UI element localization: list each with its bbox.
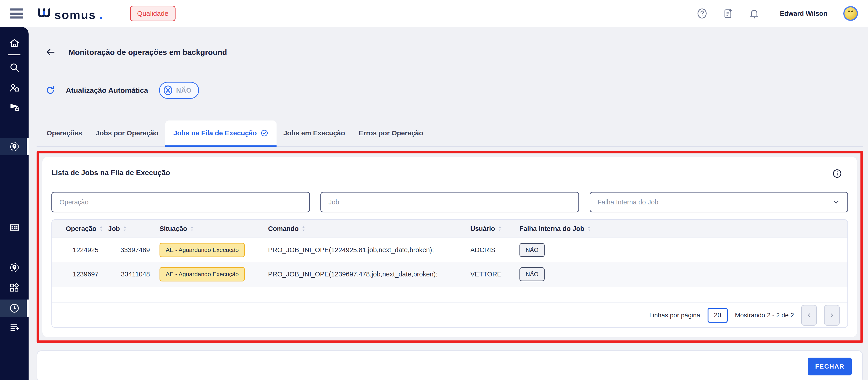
operacao-filter-input[interactable]: [52, 192, 310, 212]
chevron-down-icon: [832, 198, 840, 206]
sidebar-item-security-flag[interactable]: [0, 99, 29, 116]
tab-jobs-por-operacao[interactable]: Jobs por Operação: [89, 120, 165, 146]
status-badge: AE - Aguardando Execução: [159, 243, 245, 257]
sidebar-item-search[interactable]: [0, 59, 29, 76]
cell-comando: PRO_JOB_INI_OPE(1239697,478,job,next_dat…: [268, 262, 470, 286]
home-icon: [9, 38, 20, 48]
table-empty-space: [52, 287, 847, 302]
falha-badge: NÃO: [520, 267, 545, 281]
sidebar-item-monitor-secondary[interactable]: [0, 259, 29, 276]
notifications-bell-icon[interactable]: [749, 8, 760, 19]
sort-icon[interactable]: [301, 225, 306, 232]
fechar-button[interactable]: FECHAR: [808, 358, 852, 375]
logo-w-icon: [37, 7, 51, 20]
chevron-left-icon: [806, 312, 812, 318]
tab-operacoes[interactable]: Operações: [40, 120, 89, 146]
sidebar-item-schedule[interactable]: [0, 299, 29, 317]
radar-pin-icon: [9, 141, 20, 152]
job-filter-input[interactable]: [320, 192, 579, 212]
sidebar-item-users[interactable]: [0, 79, 29, 97]
auto-refresh-value: NÃO: [176, 87, 191, 94]
highlight-region: Lista de Jobs na Fila de Execução Falha …: [37, 151, 863, 343]
cell-situacao: AE - Aguardando Execução: [159, 262, 268, 286]
cell-job: 33411048: [108, 262, 159, 286]
panel-title: Lista de Jobs na Fila de Execução: [52, 169, 170, 177]
search-icon: [9, 62, 20, 73]
tab-bar: Operações Jobs por Operação Jobs na Fila…: [37, 120, 863, 147]
form-add-icon[interactable]: [723, 8, 734, 19]
flag-lock-icon: [9, 102, 20, 113]
topbar-actions: Edward Wilson: [696, 6, 858, 21]
help-icon[interactable]: [696, 8, 708, 19]
cell-falha: NÃO: [520, 262, 847, 286]
sort-icon[interactable]: [99, 225, 104, 232]
falha-interna-select[interactable]: Falha Interna do Job: [590, 192, 848, 212]
next-page-button[interactable]: [824, 305, 840, 326]
status-badge: AE - Aguardando Execução: [159, 267, 245, 282]
table-header-row: Operação Job Situação Comando Usuário Fa…: [52, 220, 847, 238]
rows-per-page-input[interactable]: 20: [708, 308, 728, 323]
sort-icon[interactable]: [122, 225, 127, 232]
cell-falha: NÃO: [520, 238, 847, 262]
hamburger-menu-icon[interactable]: [10, 8, 23, 19]
sort-icon[interactable]: [189, 225, 194, 232]
falha-badge: NÃO: [520, 243, 545, 257]
main-content: Monitoração de operações em background A…: [29, 27, 868, 380]
sidebar-item-tasks[interactable]: [0, 319, 29, 336]
top-bar: somus . Qualidade: [0, 0, 868, 27]
sidebar-item-home[interactable]: [0, 34, 29, 52]
jobs-table-wrapper: Operação Job Situação Comando Usuário Fa…: [52, 219, 848, 328]
sort-icon[interactable]: [497, 225, 502, 232]
tab-jobs-na-fila-de-execucao[interactable]: Jobs na Fila de Execução: [165, 120, 277, 147]
jobs-table: Operação Job Situação Comando Usuário Fa…: [52, 220, 847, 287]
grid-boxes-icon: [9, 282, 20, 293]
sidebar-divider: [8, 54, 21, 55]
cell-comando: PRO_JOB_INI_OPE(1224925,81,job,next_date…: [268, 238, 470, 262]
select-placeholder: Falha Interna do Job: [598, 199, 658, 206]
auto-refresh-label: Atualização Automática: [66, 86, 148, 95]
user-name[interactable]: Edward Wilson: [780, 10, 827, 18]
sidebar-item-operations-monitor[interactable]: [0, 138, 29, 155]
previous-page-button[interactable]: [801, 305, 817, 326]
page-title: Monitoração de operações em background: [68, 48, 227, 57]
somus-logo: somus .: [37, 7, 103, 20]
showing-range-text: Mostrando 2 - 2 de 2: [735, 312, 794, 319]
check-circle-icon: [260, 129, 268, 137]
cell-usuario: VETTORE: [470, 262, 520, 286]
logo-text: somus: [54, 10, 96, 20]
clock-icon: [9, 303, 20, 314]
list-plus-icon: [9, 322, 20, 333]
sort-icon[interactable]: [587, 225, 592, 232]
cell-operacao: 1224925: [52, 238, 108, 262]
tab-erros-por-operacao[interactable]: Erros por Operação: [352, 120, 430, 146]
cell-job: 33397489: [108, 238, 159, 262]
table-row[interactable]: 1224925 33397489 AE - Aguardando Execuçã…: [52, 238, 847, 262]
cell-operacao: 1239697: [52, 262, 108, 286]
jobs-queue-panel: Lista de Jobs na Fila de Execução Falha …: [42, 156, 857, 337]
chevron-right-icon: [829, 312, 835, 318]
radar-pin-icon: [9, 262, 20, 273]
sidebar-item-modules[interactable]: [0, 279, 29, 296]
table-row[interactable]: 1239697 33411048 AE - Aguardando Execuçã…: [52, 262, 847, 286]
user-avatar[interactable]: [843, 6, 858, 21]
x-circle-icon: [162, 85, 174, 96]
logo-dot: .: [99, 10, 103, 20]
pagination-bar: Linhas por página 20 Mostrando 2 - 2 de …: [52, 302, 847, 327]
rows-per-page-label: Linhas por página: [649, 312, 700, 319]
cell-usuario: ADCRIS: [470, 238, 520, 262]
auto-refresh-toggle[interactable]: NÃO: [159, 82, 199, 99]
sidebar-item-tables[interactable]: [0, 219, 29, 236]
tab-jobs-em-execucao[interactable]: Jobs em Execução: [277, 120, 352, 146]
back-arrow-icon[interactable]: [46, 47, 56, 57]
app-window: somus . Qualidade: [0, 0, 868, 380]
footer-action-bar: FECHAR: [37, 350, 863, 380]
table-icon: [9, 222, 20, 233]
users-icon: [9, 83, 20, 93]
filters-row: Falha Interna do Job: [52, 192, 848, 212]
info-icon[interactable]: [832, 169, 842, 179]
refresh-icon[interactable]: [46, 86, 55, 95]
sidebar: [0, 27, 29, 380]
environment-badge: Qualidade: [130, 6, 176, 21]
cell-situacao: AE - Aguardando Execução: [159, 238, 268, 262]
